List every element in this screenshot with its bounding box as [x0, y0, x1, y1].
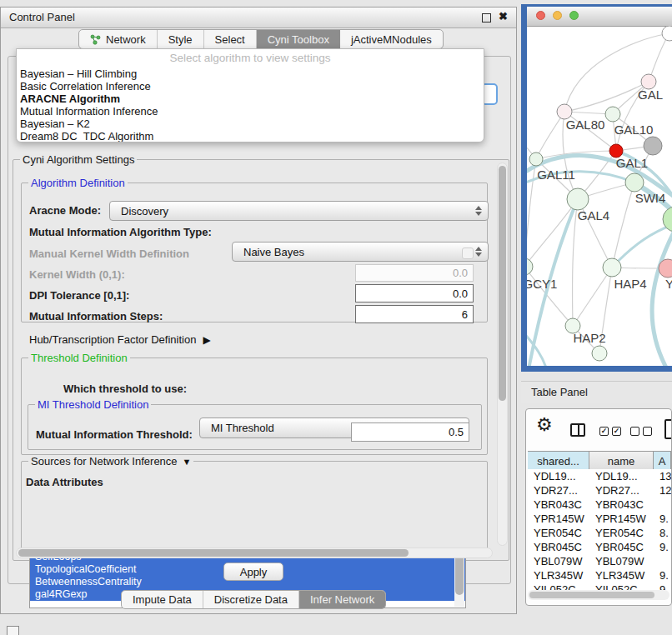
- aracne-mode-value: Discovery: [121, 205, 168, 218]
- algorithm-option[interactable]: Bayesian – Hill Climbing: [17, 68, 484, 80]
- mi-type-label: Mutual Information Algorithm Type:: [29, 226, 212, 238]
- desktop: { "icons": { "gear": "⚙", "expand_right"…: [0, 0, 672, 635]
- gear-icon[interactable]: ⚙: [536, 414, 553, 436]
- sources-title-row[interactable]: Sources for Network Inference ▼: [28, 455, 193, 468]
- network-edge[interactable]: [573, 268, 612, 326]
- which-threshold-label: Which threshold to use:: [63, 382, 187, 395]
- table-cell: 9.: [654, 540, 671, 554]
- bottom-tab-impute-data[interactable]: Impute Data: [122, 591, 203, 608]
- sources-title: Sources for Network Inference: [31, 455, 178, 468]
- dpi-tolerance-field[interactable]: 0.0: [355, 284, 474, 302]
- tab-label: Discretize Data: [214, 593, 288, 606]
- table-cell: YDR27...: [589, 483, 654, 498]
- apply-button[interactable]: Apply: [223, 562, 283, 581]
- network-node[interactable]: [529, 152, 543, 166]
- table-cell: YDL19...: [528, 469, 589, 483]
- column-header-1[interactable]: shared...: [528, 452, 589, 470]
- table-cell: YBR045C: [528, 540, 589, 554]
- control-panel-titlebar: Control Panel ✖: [1, 8, 516, 28]
- kernel-width-field[interactable]: 0.0: [355, 264, 474, 282]
- network-edge[interactable]: [536, 112, 564, 159]
- settings-vertical-scrollbar[interactable]: [497, 162, 508, 546]
- bottom-tab-infer-network[interactable]: Infer Network: [299, 591, 385, 608]
- tab-label: Infer Network: [310, 593, 374, 606]
- deselect-all-columns-icon[interactable]: [630, 427, 652, 436]
- column-header-3[interactable]: A: [654, 452, 671, 470]
- network-node-label: HAP2: [573, 331, 605, 345]
- algorithm-option[interactable]: Basic Correlation Inference: [17, 80, 484, 92]
- collapsed-panel-icon[interactable]: [7, 626, 19, 635]
- network-node[interactable]: [605, 107, 620, 122]
- table-row[interactable]: YBR045CYBR045C9.: [528, 540, 671, 554]
- close-traffic-light-icon[interactable]: [536, 11, 545, 20]
- unchecked-box-icon: [630, 427, 639, 436]
- tab-network[interactable]: Network: [79, 30, 158, 48]
- table-row[interactable]: YIL052CYIL052C9.: [528, 582, 671, 590]
- mi-type-value: Naive Bayes: [243, 246, 304, 258]
- network-node[interactable]: [603, 258, 621, 277]
- table-horizontal-scrollbar[interactable]: [528, 590, 669, 600]
- export-table-icon[interactable]: [664, 419, 672, 439]
- table-cell: 9.: [654, 582, 671, 590]
- settings-horizontal-scrollbar[interactable]: [16, 548, 493, 558]
- network-node[interactable]: [662, 26, 672, 41]
- table-row[interactable]: YPR145WYPR145W9.: [528, 512, 671, 526]
- network-node[interactable]: [625, 173, 644, 192]
- network-edge-highlighted[interactable]: [652, 226, 672, 366]
- table-row[interactable]: YER054CYER054C8.: [528, 526, 671, 540]
- mi-threshold-label: Mutual Information Threshold:: [36, 428, 193, 441]
- tab-style[interactable]: Style: [158, 30, 204, 48]
- table-cell: YIL052C: [589, 582, 654, 590]
- algorithm-option[interactable]: Bayesian – K2: [17, 118, 484, 130]
- data-attributes-label: Data Attributes: [26, 476, 103, 488]
- network-edge[interactable]: [564, 82, 649, 112]
- select-all-columns-icon[interactable]: ✓ ✓: [599, 427, 621, 436]
- threshold-definition-title: Threshold Definition: [28, 352, 130, 364]
- network-canvas[interactable]: GALGAL80GAL10GAL1GAL11SWI4GAL4GCY1HAP4YH…: [527, 26, 672, 366]
- network-node-label: GAL4: [578, 208, 609, 222]
- table-cell: YER054C: [589, 526, 654, 540]
- algorithm-option[interactable]: ARACNE Algorithm: [17, 92, 484, 105]
- hub-definition-toggle[interactable]: Hub/Transcription Factor Definition ▶: [29, 333, 211, 346]
- algorithm-dropdown-placeholder: Select algorithm to view settings: [17, 49, 484, 68]
- table-row[interactable]: YBL079WYBL079W: [528, 554, 671, 568]
- network-node[interactable]: [644, 137, 662, 155]
- algorithm-option[interactable]: Mutual Information Inference: [17, 105, 484, 118]
- column-layout-icon[interactable]: [570, 423, 585, 437]
- close-icon[interactable]: ✖: [499, 10, 508, 22]
- table-row[interactable]: YDR27...YDR27...12: [528, 483, 671, 498]
- minimize-traffic-light-icon[interactable]: [553, 11, 562, 20]
- bottom-tab-discretize-data[interactable]: Discretize Data: [203, 591, 299, 608]
- network-node[interactable]: [592, 346, 607, 361]
- network-view-window: GALGAL80GAL10GAL1GAL11SWI4GAL4GCY1HAP4YH…: [521, 4, 672, 372]
- algorithm-option[interactable]: Dream8 DC_TDC Algorithm: [17, 130, 484, 142]
- cyni-settings-title: Cyni Algorithm Settings: [20, 153, 137, 166]
- network-edge[interactable]: [527, 159, 536, 267]
- tab-label: jActiveMNodules: [351, 33, 432, 46]
- table-row[interactable]: YLR345WYLR345W9.: [528, 568, 671, 582]
- column-header-2[interactable]: name: [589, 452, 654, 470]
- float-window-icon[interactable]: [482, 13, 491, 22]
- table-cell: YLR345W: [528, 568, 589, 582]
- mi-threshold-field[interactable]: 0.5: [351, 422, 469, 442]
- network-node[interactable]: [567, 188, 589, 210]
- manual-kernel-checkbox[interactable]: [462, 248, 474, 259]
- network-node[interactable]: [527, 258, 533, 275]
- network-node-label: GAL: [638, 88, 663, 102]
- attributes-list-scrollbar[interactable]: [454, 552, 464, 607]
- aracne-mode-select[interactable]: Discovery: [109, 201, 489, 221]
- table-body: YDL19...YDL19...13YDR27...YDR27...12YBR0…: [528, 469, 671, 590]
- network-node-label: SWI4: [635, 191, 666, 205]
- mi-steps-field[interactable]: 6: [355, 305, 474, 323]
- tab-cyni-toolbox[interactable]: Cyni Toolbox: [257, 30, 340, 48]
- zoom-traffic-light-icon[interactable]: [569, 11, 579, 20]
- algorithm-definition-title: Algorithm Definition: [28, 177, 128, 189]
- tab-select[interactable]: Select: [204, 30, 257, 48]
- table-cell: 9.: [654, 568, 671, 582]
- table-row[interactable]: YBR043CYBR043C: [528, 498, 671, 512]
- network-edge[interactable]: [527, 199, 578, 267]
- table-row[interactable]: YDL19...YDL19...13: [528, 469, 671, 483]
- mi-type-select[interactable]: Naive Bayes: [232, 242, 489, 262]
- table-cell: YBR043C: [589, 498, 654, 512]
- tab-jactivemnodules[interactable]: jActiveMNodules: [340, 30, 443, 48]
